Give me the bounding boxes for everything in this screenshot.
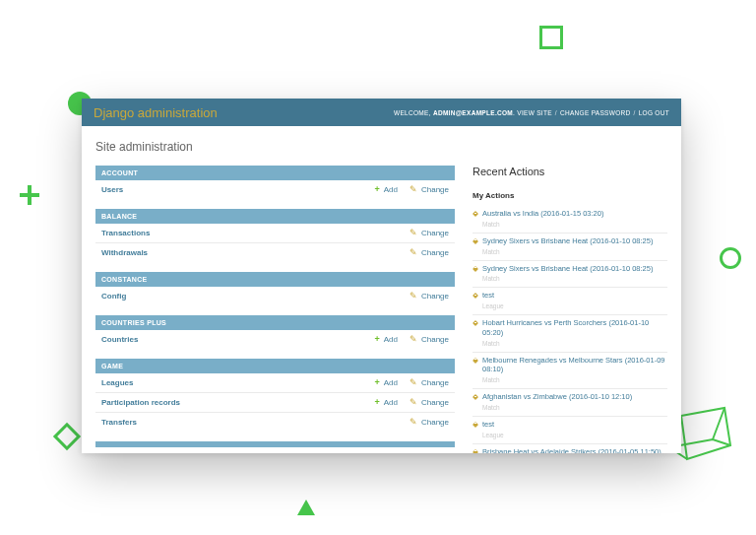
model-row-participation-records: Participation records +Add ✎Change	[95, 393, 455, 413]
recent-actions-title: Recent Actions	[472, 166, 667, 177]
section-header[interactable]	[95, 441, 455, 447]
model-link[interactable]: Participation records	[101, 398, 362, 407]
pencil-icon: ✎	[410, 398, 417, 407]
pencil-icon: ✎	[410, 378, 417, 387]
decorative-square-outline	[539, 26, 563, 49]
recent-tag: League	[482, 432, 504, 438]
pencil-icon: ✎	[410, 229, 417, 237]
welcome-label: WELCOME,	[394, 109, 431, 116]
change-link[interactable]: ✎Change	[410, 229, 449, 237]
change-link[interactable]: ✎Change	[410, 292, 449, 301]
recent-tag: League	[482, 302, 504, 309]
section-balance: BALANCE Transactions ✎Change Withdrawals…	[95, 209, 455, 262]
section-constance: CONSTANCE Config ✎Change	[95, 272, 455, 305]
section-header[interactable]: COUNTRIES PLUS	[95, 315, 455, 330]
site-header: Django administration WELCOME, ADMIN@EXA…	[82, 99, 681, 126]
recent-item: Afghanistan vs Zimbabwe (2016-01-10 12:1…	[472, 389, 667, 417]
page-title: Site administration	[95, 140, 667, 154]
pencil-icon: ✎	[410, 185, 417, 194]
decorative-circle-outline	[720, 247, 741, 269]
recent-tag: Match	[482, 376, 500, 383]
view-site-link[interactable]: VIEW SITE	[517, 109, 552, 116]
recent-link[interactable]: Sydney Sixers vs Brisbane Heat (2016-01-…	[482, 236, 667, 246]
change-link[interactable]: ✎Change	[410, 418, 449, 427]
section-partial	[95, 441, 455, 447]
current-user: ADMIN@EXAMPLE.COM	[433, 109, 513, 116]
section-header[interactable]: BALANCE	[95, 209, 455, 224]
recent-item: Brisbane Heat vs Adelaide Strikers (2016…	[472, 444, 667, 454]
model-link[interactable]: Withdrawals	[101, 248, 398, 257]
plus-icon: +	[374, 378, 379, 387]
admin-window: Django administration WELCOME, ADMIN@EXA…	[82, 99, 681, 453]
model-link[interactable]: Transfers	[101, 418, 398, 427]
change-link[interactable]: ✎Change	[410, 248, 449, 257]
plus-icon: +	[374, 335, 379, 344]
recent-link[interactable]: test	[482, 291, 667, 301]
pencil-icon: ✎	[410, 292, 417, 301]
decorative-triangle-icon	[295, 498, 317, 521]
add-link[interactable]: +Add	[374, 335, 398, 344]
recent-item: Australia vs India (2016-01-15 03:20) Ma…	[472, 206, 667, 234]
recent-item: Melbourne Renegades vs Melbourne Stars (…	[472, 353, 667, 390]
recent-tag: Match	[482, 248, 500, 255]
section-header[interactable]: GAME	[95, 359, 455, 373]
recent-tag: Match	[482, 404, 500, 411]
main-content: Site administration ACCOUNT Users +Add ✎…	[82, 126, 681, 453]
section-game: GAME Leagues +Add ✎Change Participation …	[95, 359, 455, 432]
recent-link[interactable]: Hobart Hurricanes vs Perth Scorchers (20…	[482, 318, 667, 338]
add-link[interactable]: +Add	[374, 185, 398, 194]
recent-actions-panel: Recent Actions My Actions Australia vs I…	[472, 166, 667, 453]
recent-link[interactable]: Melbourne Renegades vs Melbourne Stars (…	[482, 356, 667, 375]
plus-icon: +	[374, 185, 379, 194]
decorative-diamond-outline	[53, 423, 81, 450]
model-link[interactable]: Config	[101, 292, 398, 301]
section-header[interactable]: ACCOUNT	[95, 166, 455, 180]
recent-link[interactable]: Australia vs India (2016-01-15 03:20)	[482, 209, 667, 219]
model-row-withdrawals: Withdrawals ✎Change	[95, 243, 455, 262]
model-row-transfers: Transfers ✎Change	[95, 413, 455, 432]
model-link[interactable]: Leagues	[101, 378, 362, 387]
recent-tag: Match	[482, 340, 500, 347]
site-title: Django administration	[94, 105, 218, 120]
model-row-countries: Countries +Add ✎Change	[95, 330, 455, 349]
recent-link[interactable]: Afghanistan vs Zimbabwe (2016-01-10 12:1…	[482, 392, 667, 402]
model-row-config: Config ✎Change	[95, 287, 455, 305]
section-header[interactable]: CONSTANCE	[95, 272, 455, 287]
change-link[interactable]: ✎Change	[410, 335, 449, 344]
recent-tag: Match	[482, 275, 500, 282]
recent-item: Sydney Sixers vs Brisbane Heat (2016-01-…	[472, 261, 667, 289]
recent-item: Hobart Hurricanes vs Perth Scorchers (20…	[472, 315, 667, 353]
section-account: ACCOUNT Users +Add ✎Change	[95, 166, 455, 199]
model-row-users: Users +Add ✎Change	[95, 180, 455, 199]
logout-link[interactable]: LOG OUT	[639, 109, 669, 116]
recent-link[interactable]: Brisbane Heat vs Adelaide Strikers (2016…	[482, 447, 667, 454]
model-row-transactions: Transactions ✎Change	[95, 224, 455, 243]
recent-item: Sydney Sixers vs Brisbane Heat (2016-01-…	[472, 234, 667, 261]
recent-actions-list: Australia vs India (2016-01-15 03:20) Ma…	[472, 206, 667, 453]
recent-actions-subtitle: My Actions	[472, 191, 667, 200]
pencil-icon: ✎	[410, 335, 417, 344]
recent-item: test League	[472, 417, 667, 444]
model-row-leagues: Leagues +Add ✎Change	[95, 373, 455, 393]
plus-icon: +	[374, 398, 379, 407]
change-password-link[interactable]: CHANGE PASSWORD	[560, 109, 631, 116]
app-list: ACCOUNT Users +Add ✎Change BALANCE Trans…	[95, 166, 455, 453]
model-link[interactable]: Transactions	[101, 229, 398, 237]
add-link[interactable]: +Add	[374, 378, 398, 387]
model-link[interactable]: Users	[101, 185, 362, 194]
user-tools: WELCOME, ADMIN@EXAMPLE.COM . VIEW SITE /…	[394, 109, 669, 116]
recent-item: test League	[472, 288, 667, 315]
recent-link[interactable]: test	[482, 420, 667, 430]
model-link[interactable]: Countries	[101, 335, 362, 344]
change-link[interactable]: ✎Change	[410, 398, 449, 407]
recent-tag: Match	[482, 221, 500, 228]
add-link[interactable]: +Add	[374, 398, 398, 407]
section-countries-plus: COUNTRIES PLUS Countries +Add ✎Change	[95, 315, 455, 349]
change-link[interactable]: ✎Change	[410, 185, 449, 194]
change-link[interactable]: ✎Change	[410, 378, 449, 387]
pencil-icon: ✎	[410, 418, 417, 427]
recent-link[interactable]: Sydney Sixers vs Brisbane Heat (2016-01-…	[482, 264, 667, 274]
decorative-plus-icon	[17, 182, 42, 208]
pencil-icon: ✎	[410, 248, 417, 257]
